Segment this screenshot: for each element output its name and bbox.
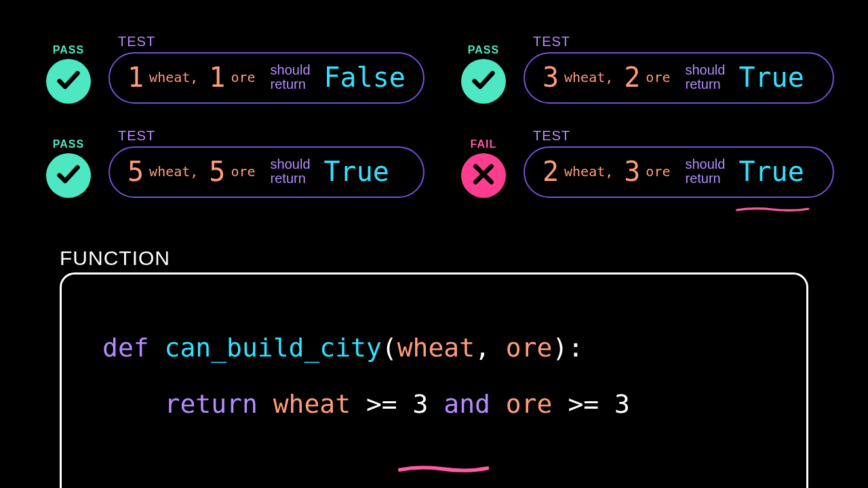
literal-3: 3	[614, 389, 630, 419]
status-label: PASS	[468, 44, 499, 56]
check-icon	[470, 66, 497, 96]
status-label: PASS	[53, 138, 84, 150]
pass-badge	[46, 153, 91, 198]
expected-value: True	[738, 156, 804, 187]
hand-underline-icon	[736, 187, 809, 192]
should-return-label: shouldreturn	[271, 63, 311, 92]
param-wheat: wheat	[397, 333, 475, 363]
wheat-value: 2	[542, 156, 559, 187]
test-case: PASS TEST 3 wheat, 2 ore shouldreturn	[458, 34, 834, 104]
ident-wheat: wheat	[273, 389, 351, 419]
wheat-value: 3	[542, 62, 559, 93]
wheat-value: 1	[127, 62, 144, 93]
expected-value: False	[324, 62, 406, 93]
x-icon	[470, 161, 497, 190]
code-box: def can_build_city(wheat, ore): return w…	[60, 272, 808, 488]
ore-label: ore	[646, 163, 670, 180]
op-ge: >=	[553, 389, 615, 419]
test-case: PASS TEST 5 wheat, 5 ore shouldreturn	[43, 128, 425, 198]
status-label: FAIL	[471, 138, 497, 150]
test-label: TEST	[118, 34, 425, 49]
function-label: FUNCTION	[60, 247, 808, 270]
keyword-return: return	[165, 389, 273, 419]
wheat-label: wheat,	[564, 163, 613, 180]
test-label: TEST	[533, 34, 834, 49]
fail-badge	[461, 153, 506, 198]
ore-label: ore	[646, 69, 670, 85]
wheat-label: wheat,	[564, 69, 613, 85]
check-icon	[55, 161, 82, 190]
status-label: PASS	[53, 44, 84, 56]
function-section: FUNCTION def can_build_city(wheat, ore):…	[60, 247, 808, 488]
should-return-label: shouldreturn	[685, 157, 725, 186]
hand-underline-icon	[274, 422, 365, 430]
test-bubble: 2 wheat, 3 ore shouldreturn True	[524, 146, 834, 198]
test-bubble: 5 wheat, 5 ore shouldreturn True	[108, 146, 425, 198]
ore-value: 1	[209, 62, 225, 93]
param-ore: ore	[506, 333, 553, 363]
ore-value: 3	[624, 156, 640, 187]
keyword-def: def	[102, 333, 165, 363]
pass-badge	[461, 59, 506, 104]
function-name: can_build_city	[165, 333, 382, 363]
ore-label: ore	[231, 163, 255, 180]
test-case: FAIL TEST 2 wheat, 3 ore shouldreturn	[458, 128, 834, 198]
test-label: TEST	[118, 128, 425, 144]
should-return-label: shouldreturn	[271, 157, 311, 186]
ore-label: ore	[231, 69, 255, 85]
pass-badge	[46, 59, 91, 104]
expected-value: True	[738, 62, 804, 93]
paren-close: ):	[553, 333, 584, 363]
literal-3: 3	[413, 389, 429, 419]
check-icon	[55, 66, 82, 96]
indent	[102, 389, 165, 419]
test-bubble: 1 wheat, 1 ore shouldreturn False	[108, 52, 425, 104]
ore-value: 2	[624, 62, 640, 93]
test-case: PASS TEST 1 wheat, 1 ore shouldreturn	[43, 34, 425, 104]
wheat-value: 5	[127, 156, 144, 187]
comma: ,	[475, 333, 506, 363]
keyword-and: and	[428, 389, 505, 419]
tests-grid: PASS TEST 1 wheat, 1 ore shouldreturn	[43, 34, 834, 198]
op-ge: >=	[351, 389, 413, 419]
should-return-label: shouldreturn	[685, 63, 725, 92]
ore-value: 5	[209, 156, 225, 187]
wheat-label: wheat,	[149, 69, 198, 85]
test-label: TEST	[533, 128, 834, 144]
wheat-label: wheat,	[149, 163, 198, 180]
ident-ore: ore	[506, 389, 553, 419]
test-bubble: 3 wheat, 2 ore shouldreturn True	[524, 52, 834, 104]
paren-open: (	[382, 333, 397, 363]
expected-value: True	[324, 156, 389, 187]
